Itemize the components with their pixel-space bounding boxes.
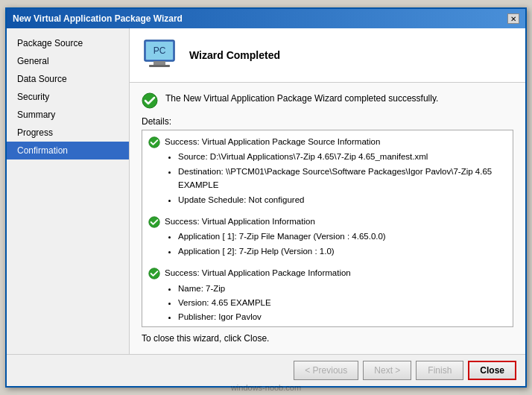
window-content: Package SourceGeneralData SourceSecurity… <box>7 28 525 354</box>
sidebar-item-data-source[interactable]: Data Source <box>7 70 129 88</box>
section-bullet-list: Source: D:\Virtual Applications\7-Zip 4.… <box>178 150 507 206</box>
section-title: Success: Virtual Application Package Inf… <box>165 268 351 277</box>
wizard-header-title: Wizard Completed <box>189 49 280 61</box>
section-success-icon <box>148 268 160 279</box>
next-button[interactable]: Next > <box>363 361 411 380</box>
section-bullet-list: Application [ 1]: 7-Zip File Manager (Ve… <box>178 230 507 258</box>
bullet-item: Application [ 2]: 7-Zip Help (Version : … <box>178 244 507 258</box>
main-panel: PC Wizard Completed The New Virtual Appl… <box>130 28 525 354</box>
svg-rect-2 <box>153 61 165 65</box>
sidebar-item-summary[interactable]: Summary <box>7 106 129 124</box>
section-bullet-list: Name: 7-ZipVersion: 4.65 EXAMPLEPublishe… <box>178 282 507 327</box>
wizard-header: PC Wizard Completed <box>130 28 525 83</box>
details-section: Success: Virtual Application Package Sou… <box>148 135 507 207</box>
sidebar-item-progress[interactable]: Progress <box>7 124 129 142</box>
details-box[interactable]: Success: Virtual Application Package Sou… <box>142 130 513 327</box>
bullet-item: Application [ 1]: 7-Zip File Manager (Ve… <box>178 230 507 243</box>
sidebar-item-confirmation[interactable]: Confirmation <box>7 142 129 159</box>
sidebar: Package SourceGeneralData SourceSecurity… <box>7 28 130 354</box>
close-button[interactable]: Close <box>468 361 516 380</box>
bullet-item: Source: D:\Virtual Applications\7-Zip 4.… <box>178 150 507 163</box>
details-section-content: Success: Virtual Application Package Sou… <box>165 135 507 207</box>
finish-button[interactable]: Finish <box>416 361 463 380</box>
bullet-item: Version: 4.65 EXAMPLE <box>178 296 507 309</box>
section-success-icon <box>148 136 160 148</box>
section-success-icon <box>148 216 160 228</box>
details-section-content: Success: Virtual Application Package Inf… <box>165 266 507 327</box>
wizard-header-icon: PC <box>142 37 177 73</box>
button-bar: < Previous Next > Finish Close <box>7 354 525 386</box>
success-message: The New Virtual Application Package Wiza… <box>165 93 438 104</box>
sidebar-item-package-source[interactable]: Package Source <box>7 34 129 52</box>
details-section-content: Success: Virtual Application Information… <box>165 215 507 259</box>
bullet-item: Update Schedule: Not configured <box>178 193 507 206</box>
details-section: Success: Virtual Application Package Inf… <box>148 266 507 327</box>
svg-text:PC: PC <box>153 45 166 56</box>
sidebar-item-security[interactable]: Security <box>7 88 129 106</box>
details-label: Details: <box>142 116 513 127</box>
main-body: The New Virtual Application Package Wiza… <box>130 83 525 354</box>
details-section: Success: Virtual Application Information… <box>148 215 507 259</box>
main-window: New Virtual Application Package Wizard ✕… <box>5 7 527 388</box>
success-row: The New Virtual Application Package Wiza… <box>142 93 513 109</box>
footer-note: To close this wizard, click Close. <box>142 333 513 344</box>
title-bar: New Virtual Application Package Wizard ✕ <box>7 9 525 28</box>
section-title: Success: Virtual Application Information <box>165 217 315 226</box>
window-title: New Virtual Application Package Wizard <box>13 13 183 24</box>
previous-button[interactable]: < Previous <box>294 361 358 380</box>
sidebar-item-general[interactable]: General <box>7 52 129 70</box>
bullet-item: Name: 7-Zip <box>178 282 507 295</box>
bullet-item: Destination: \\PTCM01\Package Source\Sof… <box>178 165 507 192</box>
svg-rect-3 <box>149 65 170 67</box>
close-window-button[interactable]: ✕ <box>507 13 519 24</box>
success-icon <box>142 92 158 109</box>
bullet-item: Language: English <box>178 325 507 327</box>
bullet-item: Publisher: Igor Pavlov <box>178 310 507 323</box>
section-title: Success: Virtual Application Package Sou… <box>165 137 380 146</box>
